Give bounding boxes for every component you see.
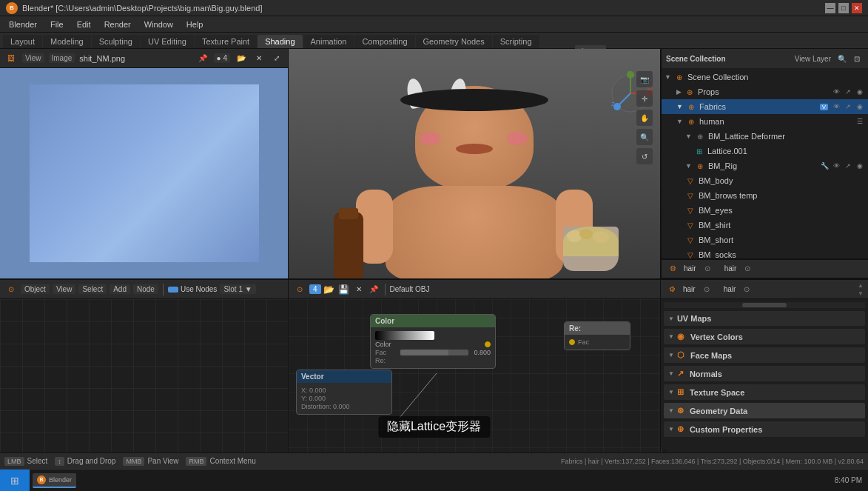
tab-layout[interactable]: Layout [3, 35, 42, 48]
bottom-normals-section: ↗ Normals [664, 366, 865, 381]
taskbar-blender[interactable]: B Blender [33, 473, 76, 488]
3d-viewport-content[interactable]: X Y Z 📷 ✛ ✋ 🔍 ↺ [289, 49, 660, 278]
bottom-geometry-data-header[interactable]: ⊛ Geometry Data [664, 403, 865, 418]
pin-icon[interactable]: 📌 [196, 52, 209, 65]
bottom-normals-header[interactable]: ↗ Normals [664, 366, 865, 381]
outliner-item-bm-eyes[interactable]: ▽ BM_eyes [662, 203, 868, 218]
render-result-btn[interactable]: ● 4 [214, 53, 230, 63]
outliner-funnel-icon[interactable]: ⊡ [850, 52, 864, 65]
human-extra-icon[interactable]: ☰ [855, 116, 865, 127]
rig-hide-icon[interactable]: 👁 [831, 161, 841, 171]
shader-add-btn[interactable]: Add [110, 284, 130, 294]
tab-shading[interactable]: Shading [258, 35, 302, 48]
color-ramp-row-fac [375, 331, 491, 340]
bottom-uv-maps-header[interactable]: UV Maps [664, 311, 865, 326]
tab-sculpting[interactable]: Sculpting [92, 35, 140, 48]
zoom-icon[interactable]: 🔍 [636, 129, 653, 145]
full-screen-icon[interactable]: ⤢ [270, 52, 283, 65]
props-select-icon[interactable]: ↗ [843, 87, 853, 97]
node-close-icon[interactable]: ✕ [352, 283, 366, 296]
maximize-button[interactable]: □ [838, 3, 849, 13]
outliner-item-bm-shirt[interactable]: ▽ BM_shirt [662, 218, 868, 233]
bottom-custom-props-header[interactable]: ⊕ Custom Properties [664, 421, 865, 437]
cursor-icon[interactable]: ✛ [636, 90, 653, 107]
bottom-face-maps-header[interactable]: ⬡ Face Maps [664, 347, 865, 363]
bottom-vertex-colors-header[interactable]: ◉ Vertex Colors [664, 329, 865, 344]
tab-uv-editing[interactable]: UV Editing [141, 35, 194, 48]
outliner-item-fabrics[interactable]: ▼ ⊕ Fabrics V 👁 ↗ ◉ [662, 99, 868, 114]
rig-render-icon[interactable]: ◉ [855, 161, 865, 171]
menu-help[interactable]: Help [181, 19, 209, 30]
tab-modeling[interactable]: Modeling [43, 35, 91, 48]
tab-geometry-nodes[interactable]: Geometry Nodes [416, 35, 492, 48]
use-nodes-toggle[interactable]: Use Nodes [168, 285, 217, 293]
props-editor-icon-2[interactable]: ⚙ [665, 283, 679, 296]
outliner-item-scene-collection[interactable]: ▼ ⊕ Scene Collection [662, 70, 868, 84]
close-image-icon[interactable]: ✕ [252, 52, 266, 65]
node-pin-icon[interactable]: 📌 [367, 283, 380, 296]
fabrics-render-icon[interactable]: ◉ [855, 101, 865, 112]
shader-nodes-icon[interactable]: ⊙ [293, 283, 306, 296]
fac-slider[interactable] [400, 350, 468, 355]
outliner-item-bm-brows-temp[interactable]: ▽ BM_brows temp [662, 188, 868, 203]
editor-type-icon[interactable]: 🖼 [4, 52, 18, 65]
outliner-filter-icon[interactable]: 🔍 [835, 52, 849, 65]
close-button[interactable]: ✕ [852, 3, 862, 13]
fabrics-select-icon[interactable]: ↗ [843, 101, 853, 112]
horizontal-scrollbar[interactable] [664, 302, 865, 308]
tab-scripting[interactable]: Scripting [493, 35, 539, 48]
hand-icon[interactable]: ✋ [636, 110, 653, 126]
tab-animation[interactable]: Animation [303, 35, 354, 48]
tab-texture-paint[interactable]: Texture Paint [195, 35, 257, 48]
rig-select-icon[interactable]: ↗ [843, 161, 853, 171]
outliner-item-bm-socks[interactable]: ▽ BM_socks [662, 247, 868, 260]
image-filename: shit_NM.png [79, 54, 125, 63]
fabrics-actions: 👁 ↗ ◉ [831, 101, 865, 112]
bottom-texture-space-header[interactable]: ⊞ Texture Space [664, 384, 865, 400]
rotate-view-icon[interactable]: ↺ [636, 148, 653, 164]
image-menu[interactable]: Image [49, 53, 75, 63]
color-output-label: Color [375, 341, 482, 348]
menu-edit[interactable]: Edit [71, 19, 97, 30]
slot-dropdown[interactable]: Slot 1 ▼ [220, 284, 255, 294]
shader-editor-icon[interactable]: ⊙ [4, 283, 18, 296]
props-editor-icon[interactable]: ⚙ [666, 262, 679, 275]
node-count-badge[interactable]: 4 [309, 284, 321, 294]
outliner-item-human[interactable]: ▼ ⊕ human ☰ [662, 114, 868, 129]
scene-collection-label: Scene Collection [687, 73, 868, 81]
outliner-item-props[interactable]: ▶ ⊕ Props 👁 ↗ ◉ [662, 84, 868, 99]
rig-icon-extra[interactable]: 🔧 [819, 161, 830, 171]
view-menu[interactable]: View [22, 53, 44, 63]
menu-window[interactable]: Window [138, 19, 179, 30]
shader-object-btn[interactable]: Object [21, 284, 50, 294]
shader-node-btn[interactable]: Node [133, 284, 158, 294]
outliner-item-bm-lattice-deformer[interactable]: ▼ ⊕ BM_Lattice Deformer [662, 129, 868, 144]
output-node[interactable]: Re: Fac [564, 321, 630, 350]
start-button[interactable]: ⊞ [0, 470, 30, 491]
menu-blender[interactable]: Blender [3, 19, 43, 30]
menu-render[interactable]: Render [98, 19, 137, 30]
color-ramp-node[interactable]: Color Color Fac 0.800 [370, 314, 496, 369]
shader-view-btn[interactable]: View [53, 284, 76, 294]
scroll-up-icon[interactable]: ▲ [858, 282, 864, 289]
shader-select-btn[interactable]: Select [78, 284, 107, 294]
outliner-panel: Scene Collection View Layer 🔍 ⊡ ▼ ⊕ Scen… [662, 49, 868, 260]
outliner-item-bm-body[interactable]: ▽ BM_body [662, 173, 868, 188]
props-render-icon[interactable]: ◉ [855, 87, 865, 97]
node-open-icon[interactable]: 📂 [323, 283, 336, 296]
rig-actions: 🔧 👁 ↗ ◉ [819, 161, 865, 171]
camera-icon[interactable]: 📷 [636, 71, 653, 87]
tab-compositing[interactable]: Compositing [354, 35, 414, 48]
props-hide-icon[interactable]: 👁 [831, 87, 841, 97]
node-save-icon[interactable]: 💾 [337, 283, 351, 296]
outliner-item-bm-rig[interactable]: ▼ ⊕ BM_Rig 🔧 👁 ↗ ◉ [662, 158, 868, 173]
outliner-item-lattice-001[interactable]: ⊞ Lattice.001 [662, 144, 868, 158]
minimize-button[interactable]: — [825, 3, 835, 13]
outliner-item-bm-short[interactable]: ▽ BM_short [662, 233, 868, 247]
fabrics-hide-icon[interactable]: 👁 [831, 101, 841, 112]
menu-file[interactable]: File [44, 19, 70, 30]
open-image-icon[interactable]: 📂 [235, 52, 248, 65]
vector-node[interactable]: Vector X: 0.000 Y: 0.000 Distortion: 0.0… [296, 370, 392, 415]
lattice-001-label: Lattice.001 [707, 147, 868, 156]
scroll-down-icon[interactable]: ▼ [858, 290, 864, 297]
